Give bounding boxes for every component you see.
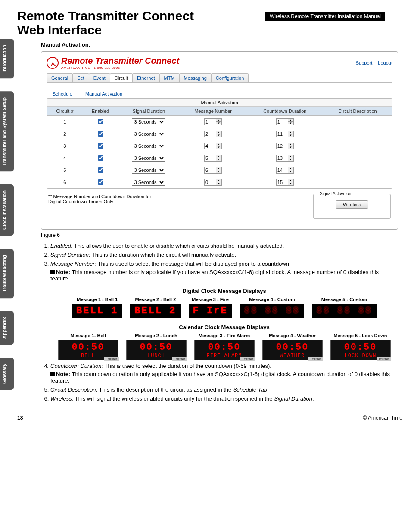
wireless-button[interactable]: Wireless xyxy=(336,200,368,209)
list-item-2: Signal Duration: This is the duration wh… xyxy=(50,252,398,258)
spin-up-icon[interactable]: ▲ xyxy=(216,119,221,122)
tab-configuration[interactable]: Configuration xyxy=(211,73,249,82)
signal-duration-select[interactable]: 3 Seconds xyxy=(132,143,165,149)
column-header: Countdown Duration xyxy=(247,107,323,116)
spin-down-icon[interactable]: ▼ xyxy=(288,122,293,124)
side-tab[interactable]: Introduction xyxy=(0,39,14,78)
circuit-cell: 4 xyxy=(47,152,83,164)
tab-circuit[interactable]: Circuit xyxy=(110,73,133,82)
countdown-duration-input[interactable] xyxy=(276,118,288,125)
brand-subtitle: AMERICAN TIME • 1-800-328-8996 xyxy=(61,66,179,70)
enabled-checkbox[interactable] xyxy=(98,143,103,149)
signal-duration-select[interactable]: 3 Seconds xyxy=(132,118,165,125)
spin-down-icon[interactable]: ▼ xyxy=(216,170,221,173)
manual-tag: Wireless Remote Transmitter Installation… xyxy=(265,12,385,21)
message-number-input[interactable] xyxy=(204,118,216,125)
spin-up-icon[interactable]: ▲ xyxy=(216,167,221,170)
subtab-manual-activation[interactable]: Manual Activation xyxy=(85,91,122,96)
circuit-cell: 6 xyxy=(47,176,83,188)
calendar-display: Message 3 - Fire Alarm00:50FIRE ALARMTme… xyxy=(194,333,255,360)
side-tab[interactable]: Clock Installation xyxy=(0,184,14,236)
spin-down-icon[interactable]: ▼ xyxy=(216,146,221,149)
side-tab[interactable]: Appendix xyxy=(0,311,14,345)
circuit-description-cell xyxy=(323,128,392,140)
header-links: Support Logout xyxy=(352,60,392,65)
enabled-checkbox[interactable] xyxy=(98,131,103,137)
clock-icon xyxy=(47,57,59,69)
spin-up-icon[interactable]: ▲ xyxy=(288,167,293,170)
circuit-description-cell xyxy=(323,176,392,188)
countdown-duration-input[interactable] xyxy=(276,131,288,137)
side-tab[interactable]: Glossary xyxy=(0,358,14,390)
spin-down-icon[interactable]: ▼ xyxy=(288,146,293,149)
signal-duration-select[interactable]: 3 Seconds xyxy=(132,155,165,162)
seven-segment-text: 88 88 88 xyxy=(244,305,300,316)
list-item-6: Wireless: This will signal the wireless … xyxy=(50,395,398,402)
spin-down-icon[interactable]: ▼ xyxy=(288,182,293,185)
calendar-time: 00:50 xyxy=(267,342,318,353)
display-label: Message 4 - Weather xyxy=(262,333,323,338)
message-number-input[interactable] xyxy=(204,143,216,149)
column-header: Circuit # xyxy=(47,107,83,116)
spin-up-icon[interactable]: ▲ xyxy=(216,131,221,134)
spin-up-icon[interactable]: ▲ xyxy=(216,155,221,158)
calendar-displays-title: Calendar Clock Message Displays xyxy=(50,324,398,330)
digital-display: Message 3 - FireF IrE xyxy=(189,297,232,318)
support-link[interactable]: Support xyxy=(356,60,373,65)
spin-down-icon[interactable]: ▼ xyxy=(216,134,221,137)
table-row: 33 Seconds▲▼▲▼ xyxy=(47,140,392,152)
spin-down-icon[interactable]: ▼ xyxy=(216,182,221,185)
signal-duration-select[interactable]: 3 Seconds xyxy=(132,179,165,186)
signal-duration-select[interactable]: 3 Seconds xyxy=(132,131,165,137)
tabstrip: GeneralSetEventCircuitEthernetMTMMessagi… xyxy=(47,73,392,83)
spin-up-icon[interactable]: ▲ xyxy=(216,179,221,182)
spin-down-icon[interactable]: ▼ xyxy=(216,122,221,124)
side-tab[interactable]: Transmitter and System Setup xyxy=(0,91,14,171)
side-tabs: IntroductionTransmitter and System Setup… xyxy=(0,39,14,390)
circuit-cell: 2 xyxy=(47,128,83,140)
message-number-input[interactable] xyxy=(204,179,216,186)
table-title: Manual Activation xyxy=(47,99,392,107)
spin-up-icon[interactable]: ▲ xyxy=(288,131,293,134)
tab-general[interactable]: General xyxy=(47,73,73,82)
countdown-duration-input[interactable] xyxy=(276,179,288,186)
description-list: Enabled: This allows the user to enable … xyxy=(41,243,398,402)
tab-messaging[interactable]: Messaging xyxy=(179,73,212,82)
spin-down-icon[interactable]: ▼ xyxy=(216,158,221,161)
message-number-input[interactable] xyxy=(204,155,216,162)
circuit-description-cell xyxy=(323,152,392,164)
side-tab[interactable]: Troubleshooting xyxy=(0,249,14,298)
enabled-checkbox[interactable] xyxy=(98,119,103,124)
tab-mtm[interactable]: MTM xyxy=(159,73,180,82)
spin-down-icon[interactable]: ▼ xyxy=(288,158,293,161)
signal-duration-select[interactable]: 3 Seconds xyxy=(132,167,165,174)
enabled-checkbox[interactable] xyxy=(98,155,103,161)
calendar-time: 00:50 xyxy=(131,342,182,353)
message-number-input[interactable] xyxy=(204,131,216,137)
spin-down-icon[interactable]: ▼ xyxy=(288,170,293,173)
spin-up-icon[interactable]: ▲ xyxy=(288,143,293,146)
tab-set[interactable]: Set xyxy=(72,73,89,82)
display-label: Message 1 - Bell 1 xyxy=(72,297,122,302)
display-label: Message 1- Bell xyxy=(58,333,118,338)
countdown-duration-input[interactable] xyxy=(276,167,288,174)
logout-link[interactable]: Logout xyxy=(378,60,392,65)
countdown-duration-input[interactable] xyxy=(276,143,288,149)
spin-up-icon[interactable]: ▲ xyxy=(288,179,293,182)
tab-event[interactable]: Event xyxy=(89,73,110,82)
enabled-checkbox[interactable] xyxy=(98,167,103,173)
subtab-schedule[interactable]: Schedule xyxy=(53,91,72,96)
tab-ethernet[interactable]: Ethernet xyxy=(132,73,160,82)
digital-displays-title: Digital Clock Message Displays xyxy=(50,288,398,294)
table-row: 13 Seconds▲▼▲▼ xyxy=(47,116,392,128)
enabled-checkbox[interactable] xyxy=(98,179,103,185)
countdown-duration-input[interactable] xyxy=(276,155,288,162)
spin-up-icon[interactable]: ▲ xyxy=(288,119,293,122)
display-label: Message 3 - Fire xyxy=(189,297,232,302)
table-footnote: ** Message Number and Countdown Duration… xyxy=(48,194,160,219)
copyright: © American Time xyxy=(363,415,402,421)
message-number-input[interactable] xyxy=(204,167,216,174)
spin-up-icon[interactable]: ▲ xyxy=(288,155,293,158)
spin-up-icon[interactable]: ▲ xyxy=(216,143,221,146)
spin-down-icon[interactable]: ▼ xyxy=(288,134,293,137)
